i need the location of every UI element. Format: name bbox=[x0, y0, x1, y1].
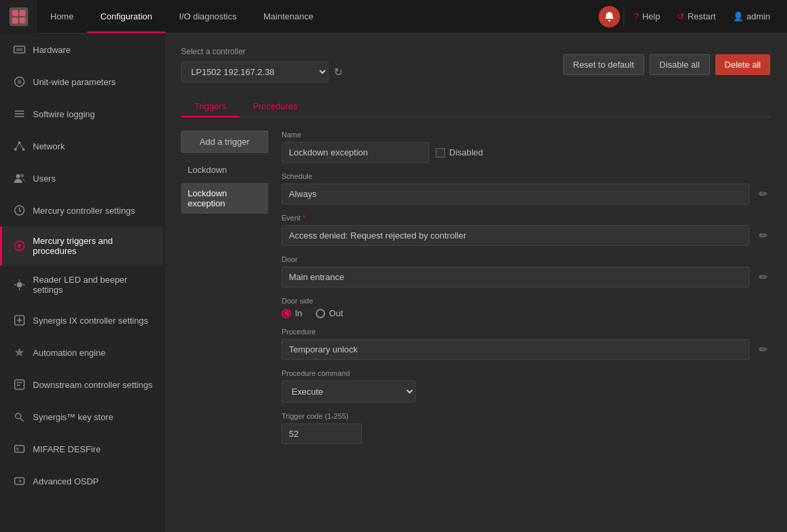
svg-rect-3 bbox=[19, 17, 25, 23]
nav-configuration[interactable]: Configuration bbox=[87, 0, 166, 33]
sidebar-item-softwire[interactable]: Softwire logging bbox=[0, 98, 164, 130]
sidebar-item-synergis-ix[interactable]: Synergis IX controller settings bbox=[0, 304, 164, 336]
schedule-input[interactable] bbox=[282, 184, 749, 204]
app-logo bbox=[9, 7, 28, 26]
procedure-command-select[interactable]: ExecuteStopResume bbox=[282, 381, 416, 403]
admin-button[interactable]: 👤 admin bbox=[726, 8, 777, 25]
trigger-item-lockdown[interactable]: Lockdown bbox=[181, 159, 268, 180]
controller-row: Select a controller LP1502 192.167.2.38 … bbox=[181, 47, 770, 82]
sidebar-item-reader-led[interactable]: Reader LED and beeper settings bbox=[0, 265, 164, 304]
name-field-group: Name Disabled bbox=[282, 131, 770, 163]
schedule-label: Schedule bbox=[282, 172, 770, 180]
controller-select-row: LP1502 192.167.2.38 ↻ bbox=[181, 62, 343, 82]
controller-buttons: Reset to default Disable all Delete all bbox=[563, 54, 770, 75]
sidebar-item-mifare-label: MIFARE DESFire bbox=[33, 444, 101, 454]
sidebar-item-network[interactable]: Network bbox=[0, 130, 164, 162]
refresh-icon[interactable]: ↻ bbox=[334, 66, 343, 78]
procedure-row: ✏ bbox=[282, 339, 770, 360]
svg-point-28 bbox=[15, 413, 21, 419]
disable-all-button[interactable]: Disable all bbox=[650, 54, 710, 75]
svg-point-21 bbox=[17, 282, 22, 287]
door-input[interactable] bbox=[282, 267, 749, 287]
nav-home[interactable]: Home bbox=[37, 0, 87, 33]
svg-rect-32 bbox=[19, 480, 21, 482]
trigger-list: Add a trigger Lockdown Lockdown exceptio… bbox=[181, 131, 268, 444]
nav-items: Home Configuration I/O diagnostics Maint… bbox=[37, 0, 589, 33]
trigger-item-lockdown-exception[interactable]: Lockdown exception bbox=[181, 183, 268, 214]
trigger-form: Name Disabled Schedule ✏ bbox=[282, 131, 770, 444]
sidebar-item-synergis-key-label: Synergis™ key store bbox=[33, 412, 113, 422]
name-input[interactable] bbox=[282, 142, 429, 163]
sidebar-item-automation[interactable]: Automation engine bbox=[0, 336, 164, 369]
event-edit-button[interactable]: ✏ bbox=[756, 226, 770, 245]
svg-point-20 bbox=[17, 244, 21, 248]
controller-left: Select a controller LP1502 192.167.2.38 … bbox=[181, 47, 343, 82]
door-side-radio-group: In Out bbox=[282, 308, 770, 318]
main-content: Select a controller LP1502 192.167.2.38 … bbox=[164, 34, 787, 532]
sidebar: Hardware Unit-wide parameters Softwire l… bbox=[0, 34, 164, 532]
svg-rect-2 bbox=[12, 17, 18, 23]
help-icon: ? bbox=[634, 11, 639, 21]
svg-rect-0 bbox=[12, 10, 18, 16]
svg-rect-1 bbox=[19, 10, 25, 16]
svg-rect-9 bbox=[15, 113, 24, 115]
tab-procedures[interactable]: Procedures bbox=[239, 96, 310, 117]
add-trigger-button[interactable]: Add a trigger bbox=[181, 131, 268, 153]
procedure-field-group: Procedure ✏ bbox=[282, 328, 770, 360]
user-icon: 👤 bbox=[733, 11, 743, 21]
controller-label: Select a controller bbox=[181, 47, 343, 56]
sidebar-item-hardware[interactable]: Hardware bbox=[0, 34, 164, 66]
topnav: Home Configuration I/O diagnostics Maint… bbox=[0, 0, 787, 34]
procedure-edit-button[interactable]: ✏ bbox=[756, 340, 770, 358]
reset-to-default-button[interactable]: Reset to default bbox=[563, 54, 644, 75]
delete-all-button[interactable]: Delete all bbox=[715, 54, 770, 75]
radio-out-circle[interactable] bbox=[316, 309, 325, 318]
radio-out[interactable]: Out bbox=[316, 308, 343, 318]
divider bbox=[623, 7, 624, 27]
name-row: Disabled bbox=[282, 142, 770, 163]
sidebar-item-users-label: Users bbox=[33, 174, 56, 184]
tab-triggers[interactable]: Triggers bbox=[181, 96, 239, 117]
trigger-code-label: Trigger code (1-255) bbox=[282, 412, 770, 420]
sidebar-item-mercury-controller[interactable]: Mercury controller settings bbox=[0, 194, 164, 226]
svg-point-7 bbox=[17, 80, 21, 84]
notification-bell[interactable] bbox=[599, 6, 620, 27]
synergis-key-icon bbox=[13, 410, 26, 423]
sidebar-item-advanced-osdp[interactable]: Advanced OSDP bbox=[0, 465, 164, 497]
event-input[interactable] bbox=[282, 225, 749, 246]
door-row: ✏ bbox=[282, 267, 770, 287]
radio-in-circle[interactable] bbox=[282, 309, 291, 318]
tabs: Triggers Procedures bbox=[181, 96, 770, 117]
radio-in[interactable]: In bbox=[282, 308, 302, 318]
sidebar-item-synergis-key[interactable]: Synergis™ key store bbox=[0, 401, 164, 433]
disabled-label: Disabled bbox=[449, 147, 483, 157]
sidebar-item-mercury-triggers[interactable]: Mercury triggers and procedures bbox=[0, 226, 164, 265]
disabled-checkbox[interactable] bbox=[436, 148, 445, 157]
sidebar-item-mercury-triggers-label: Mercury triggers and procedures bbox=[33, 236, 153, 256]
restart-button[interactable]: ↺ Restart bbox=[670, 8, 723, 25]
automation-icon bbox=[13, 346, 26, 359]
synergis-ix-icon bbox=[13, 314, 26, 327]
nav-maintenance[interactable]: Maintenance bbox=[250, 0, 326, 33]
topnav-right: ? Help ↺ Restart 👤 admin bbox=[589, 6, 787, 27]
help-button[interactable]: ? Help bbox=[627, 8, 667, 25]
sidebar-item-users[interactable]: Users bbox=[0, 162, 164, 194]
nav-io-diagnostics[interactable]: I/O diagnostics bbox=[166, 0, 250, 33]
schedule-edit-button[interactable]: ✏ bbox=[756, 185, 770, 203]
door-edit-button[interactable]: ✏ bbox=[756, 268, 770, 286]
door-label: Door bbox=[282, 255, 770, 263]
sidebar-item-downstream[interactable]: Downstream controller settings bbox=[0, 369, 164, 401]
sidebar-item-downstream-label: Downstream controller settings bbox=[33, 380, 152, 390]
svg-rect-27 bbox=[15, 380, 24, 389]
controller-select[interactable]: LP1502 192.167.2.38 bbox=[181, 62, 328, 82]
sidebar-item-advanced-osdp-label: Advanced OSDP bbox=[33, 476, 99, 486]
svg-rect-5 bbox=[16, 48, 23, 51]
sidebar-item-unit-wide[interactable]: Unit-wide parameters bbox=[0, 66, 164, 98]
event-row: ✏ bbox=[282, 225, 770, 246]
reader-led-icon bbox=[13, 278, 26, 291]
procedure-command-label: Procedure command bbox=[282, 369, 770, 377]
svg-rect-8 bbox=[15, 111, 24, 112]
procedure-input[interactable] bbox=[282, 339, 749, 360]
sidebar-item-mifare[interactable]: MIFARE DESFire bbox=[0, 433, 164, 465]
trigger-code-input[interactable] bbox=[282, 423, 362, 444]
